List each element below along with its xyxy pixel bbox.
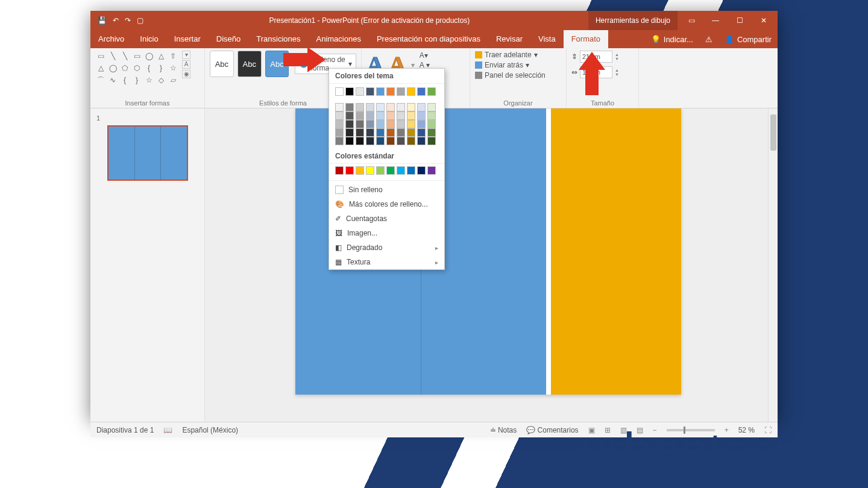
color-swatch[interactable] <box>386 87 395 96</box>
redo-icon[interactable]: ↷ <box>125 16 131 25</box>
color-swatch[interactable] <box>427 137 436 145</box>
color-swatch[interactable] <box>366 120 374 128</box>
notes-button[interactable]: ≐ Notas <box>490 426 517 434</box>
color-swatch[interactable] <box>376 166 385 175</box>
texture-item[interactable]: ▦Textura▸ <box>329 255 444 269</box>
color-swatch[interactable] <box>356 137 364 145</box>
color-swatch[interactable] <box>417 137 426 145</box>
color-swatch[interactable] <box>427 128 436 137</box>
tab-transiciones[interactable]: Transiciones <box>248 30 308 48</box>
color-swatch[interactable] <box>345 166 354 175</box>
close-icon[interactable]: ✕ <box>756 16 772 25</box>
shape-orange[interactable] <box>551 108 681 395</box>
color-swatch[interactable] <box>397 128 405 137</box>
color-swatch[interactable] <box>417 103 426 111</box>
color-swatch[interactable] <box>356 120 364 128</box>
maximize-icon[interactable]: ☐ <box>732 16 747 25</box>
color-swatch[interactable] <box>366 103 374 111</box>
color-swatch[interactable] <box>386 137 395 145</box>
shapes-gallery[interactable]: ▭╲╲▭◯△⇧ △◯⬠⬡{}☆ ⌒∿{}☆◇▱ <box>95 51 178 86</box>
vertical-scrollbar[interactable] <box>768 108 778 422</box>
color-swatch[interactable] <box>417 128 426 137</box>
color-swatch[interactable] <box>407 137 415 145</box>
undo-icon[interactable]: ↶ <box>113 16 119 25</box>
color-swatch[interactable] <box>427 166 436 175</box>
color-swatch[interactable] <box>376 111 385 120</box>
color-swatch[interactable] <box>366 128 374 137</box>
color-swatch[interactable] <box>417 166 426 175</box>
color-swatch[interactable] <box>427 103 436 111</box>
color-swatch[interactable] <box>356 166 364 175</box>
color-swatch[interactable] <box>345 128 354 137</box>
tab-presentacion[interactable]: Presentación con diapositivas <box>369 30 488 48</box>
more-colors-item[interactable]: 🎨Más colores de relleno... <box>329 197 444 211</box>
no-fill-item[interactable]: Sin relleno <box>329 183 444 197</box>
color-swatch[interactable] <box>345 87 354 96</box>
color-swatch[interactable] <box>427 120 436 128</box>
color-swatch[interactable] <box>335 103 344 111</box>
color-swatch[interactable] <box>386 166 395 175</box>
color-swatch[interactable] <box>366 87 374 96</box>
color-swatch[interactable] <box>427 87 436 96</box>
slideshow-icon[interactable]: ▢ <box>137 16 143 25</box>
color-swatch[interactable] <box>376 103 385 111</box>
tell-me[interactable]: 💡Indicar... <box>645 35 699 44</box>
color-swatch[interactable] <box>407 120 415 128</box>
eyedropper-item[interactable]: ✐Cuentagotas <box>329 211 444 226</box>
slide-counter[interactable]: Diapositiva 1 de 1 <box>96 426 154 434</box>
color-swatch[interactable] <box>397 137 405 145</box>
style-preset-2[interactable]: Abc <box>237 51 262 77</box>
color-swatch[interactable] <box>356 128 364 137</box>
color-swatch[interactable] <box>397 103 405 111</box>
color-swatch[interactable] <box>397 120 405 128</box>
color-swatch[interactable] <box>356 87 364 96</box>
color-swatch[interactable] <box>397 87 405 96</box>
color-swatch[interactable] <box>397 166 405 175</box>
text-box-icon[interactable]: A <box>182 60 190 69</box>
ribbon-options-icon[interactable]: ▭ <box>684 16 699 25</box>
color-swatch[interactable] <box>345 103 354 111</box>
color-swatch[interactable] <box>376 120 385 128</box>
tab-formato[interactable]: Formato <box>564 30 608 48</box>
color-swatch[interactable] <box>376 87 385 96</box>
color-swatch[interactable] <box>345 120 354 128</box>
gradient-item[interactable]: ◧Degradado▸ <box>329 240 444 255</box>
minimize-icon[interactable]: — <box>708 16 723 25</box>
comments-button[interactable]: 💬 Comentarios <box>526 426 578 434</box>
color-swatch[interactable] <box>417 120 426 128</box>
color-swatch[interactable] <box>366 111 374 120</box>
color-swatch[interactable] <box>386 120 395 128</box>
selection-pane-button[interactable]: Panel de selección <box>475 71 561 80</box>
color-swatch[interactable] <box>427 111 436 120</box>
tab-insertar[interactable]: Insertar <box>166 30 209 48</box>
color-swatch[interactable] <box>376 128 385 137</box>
color-swatch[interactable] <box>407 166 415 175</box>
style-preset-1[interactable]: Abc <box>210 51 234 77</box>
color-swatch[interactable] <box>356 111 364 120</box>
color-swatch[interactable] <box>407 87 415 96</box>
tab-revisar[interactable]: Revisar <box>488 30 530 48</box>
color-swatch[interactable] <box>376 137 385 145</box>
text-fill-icon[interactable]: A▾ <box>420 51 430 60</box>
color-swatch[interactable] <box>345 137 354 145</box>
color-swatch[interactable] <box>356 103 364 111</box>
tab-archivo[interactable]: Archivo <box>90 30 132 48</box>
color-swatch[interactable] <box>386 128 395 137</box>
canvas[interactable] <box>205 108 778 422</box>
spellcheck-icon[interactable]: 📖 <box>163 426 172 434</box>
thumbnail-slide-1[interactable] <box>107 125 188 181</box>
color-swatch[interactable] <box>335 87 344 96</box>
color-swatch[interactable] <box>386 103 395 111</box>
color-swatch[interactable] <box>407 103 415 111</box>
color-swatch[interactable] <box>386 111 395 120</box>
color-swatch[interactable] <box>417 87 426 96</box>
color-swatch[interactable] <box>366 137 374 145</box>
color-swatch[interactable] <box>397 111 405 120</box>
shapes-more-icon[interactable]: ▾ <box>182 51 190 59</box>
tab-inicio[interactable]: Inicio <box>132 30 166 48</box>
tab-vista[interactable]: Vista <box>530 30 564 48</box>
picture-item[interactable]: 🖼Imagen... <box>329 226 444 240</box>
bring-forward-button[interactable]: Traer adelante ▾ <box>475 51 561 59</box>
language-button[interactable]: Español (México) <box>182 426 238 434</box>
share-button[interactable]: 👤Compartir <box>719 35 778 44</box>
